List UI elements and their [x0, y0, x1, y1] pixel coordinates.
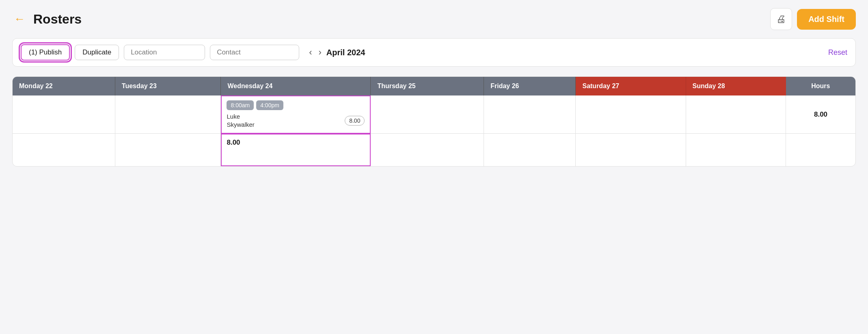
cell-thu-shift — [371, 95, 484, 134]
header-left: ← Rosters — [12, 12, 82, 27]
month-navigation: ‹ › April 2024 — [307, 46, 365, 59]
shift-times: 8:00am 4:00pm — [227, 100, 365, 110]
start-time-badge: 8:00am — [227, 100, 254, 110]
cell-tue-total — [115, 134, 221, 166]
shift-hours-badge: 8.00 — [345, 116, 365, 126]
calendar: Monday 22 Tuesday 23 Wednesday 24 Thursd… — [12, 76, 856, 167]
page-header: ← Rosters 🖨 Add Shift — [12, 8, 856, 30]
cell-wed-shift[interactable]: 8:00am 4:00pm LukeSkywalker 8.00 — [221, 95, 371, 134]
col-header-wednesday: Wednesday 24 — [221, 77, 371, 95]
col-header-sunday: Sunday 28 — [686, 77, 786, 95]
page-title: Rosters — [33, 12, 82, 27]
header-right: 🖨 Add Shift — [770, 8, 856, 30]
cell-mon-total — [13, 134, 115, 166]
cell-thu-total — [371, 134, 484, 166]
cell-hours-shift: 8.00 — [786, 95, 855, 134]
next-month-button[interactable]: › — [317, 46, 323, 59]
print-icon: 🖨 — [776, 13, 786, 25]
print-button[interactable]: 🖨 — [770, 8, 792, 30]
shift-employee-row: LukeSkywalker 8.00 — [227, 113, 365, 128]
toolbar: (1) Publish Duplicate ‹ › April 2024 Res… — [12, 38, 856, 67]
cell-sun-shift — [686, 95, 786, 134]
cell-fri-total — [484, 134, 576, 166]
cell-tue-shift — [115, 95, 221, 134]
cell-hours-total — [786, 134, 855, 166]
col-header-hours: Hours — [786, 77, 855, 95]
employee-name: LukeSkywalker — [227, 113, 254, 128]
wed-day-total: 8.00 — [227, 139, 240, 146]
location-input[interactable] — [124, 45, 205, 60]
table-row: 8:00am 4:00pm LukeSkywalker 8.00 8.00 — [13, 95, 855, 134]
duplicate-button[interactable]: Duplicate — [75, 45, 119, 60]
cell-fri-shift — [484, 95, 576, 134]
col-header-friday: Friday 26 — [484, 77, 576, 95]
month-label: April 2024 — [326, 48, 365, 57]
cell-sat-shift — [576, 95, 686, 134]
publish-button[interactable]: (1) Publish — [21, 44, 70, 61]
col-header-thursday: Thursday 25 — [371, 77, 484, 95]
col-header-monday: Monday 22 — [13, 77, 115, 95]
col-header-saturday: Saturday 27 — [576, 77, 686, 95]
col-header-tuesday: Tuesday 23 — [115, 77, 221, 95]
shift-card: 8:00am 4:00pm LukeSkywalker 8.00 — [227, 100, 365, 128]
cell-sat-total — [576, 134, 686, 166]
cell-sun-total — [686, 134, 786, 166]
add-shift-button[interactable]: Add Shift — [797, 9, 856, 30]
cell-mon-shift — [13, 95, 115, 134]
back-button[interactable]: ← — [12, 13, 27, 25]
reset-button[interactable]: Reset — [828, 48, 847, 57]
prev-month-button[interactable]: ‹ — [307, 46, 313, 59]
table-row-totals: 8.00 — [13, 134, 855, 166]
calendar-header-row: Monday 22 Tuesday 23 Wednesday 24 Thursd… — [13, 77, 855, 95]
contact-input[interactable] — [210, 45, 299, 60]
cell-wed-total: 8.00 — [221, 134, 371, 166]
end-time-badge: 4:00pm — [256, 100, 283, 110]
